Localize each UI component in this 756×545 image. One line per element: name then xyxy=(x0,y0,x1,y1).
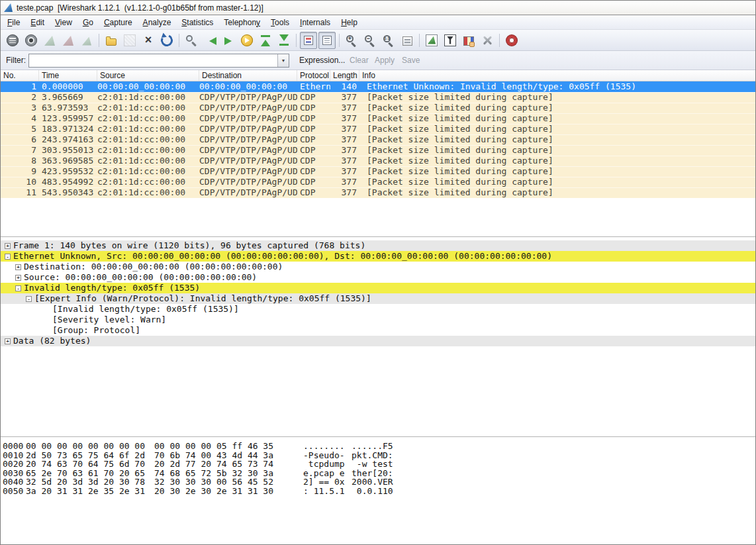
packet-cell-info: [Packet size limited during capture] xyxy=(359,166,755,177)
go-to-bottom-button[interactable] xyxy=(275,32,293,49)
expand-icon[interactable]: + xyxy=(15,264,21,270)
menu-go[interactable]: Go xyxy=(77,17,99,28)
hex-row-0020[interactable]: 002020 74 63 70 64 75 6d 7020 2d 77 20 7… xyxy=(3,460,755,469)
expand-icon[interactable]: + xyxy=(5,338,11,344)
filter-dropdown-button[interactable]: ▾ xyxy=(277,54,289,67)
packet-cell-info: [Packet size limited during capture] xyxy=(359,124,755,134)
start-capture-button[interactable] xyxy=(41,32,58,49)
detail-row[interactable]: +Destination: 00:00:00_00:00:00 (00:00:0… xyxy=(1,262,755,272)
packet-cell-protocol: CDP xyxy=(297,156,330,166)
display-filters-button[interactable] xyxy=(442,32,459,49)
hex-hex1: 20 74 63 70 64 75 6d 70 xyxy=(26,460,145,469)
menu-view[interactable]: View xyxy=(50,17,77,28)
go-to-packet-icon xyxy=(241,34,253,46)
detail-text: [Expert Info (Warn/Protocol): Invalid le… xyxy=(34,293,371,304)
hex-row-0030[interactable]: 003065 2e 70 63 61 70 20 6574 68 65 72 5… xyxy=(3,469,755,478)
packet-cell-protocol: Etherne xyxy=(297,81,330,92)
packet-row-3[interactable]: 363.973593c2:01:1d:cc:00:00CDP/VTP/DTP/P… xyxy=(1,103,755,113)
menu-tools[interactable]: Tools xyxy=(265,17,295,28)
packet-row-6[interactable]: 6243.974163c2:01:1d:cc:00:00CDP/VTP/DTP/… xyxy=(1,134,755,145)
zoom-in-button[interactable]: + xyxy=(343,32,360,49)
go-to-packet-button[interactable] xyxy=(238,32,256,49)
resize-columns-button[interactable] xyxy=(399,32,416,49)
detail-row[interactable]: +Data (82 bytes) xyxy=(1,336,755,346)
hex-ascii1: tcpdump xyxy=(303,460,345,469)
hex-row-0050[interactable]: 00503a 20 31 31 2e 35 2e 3120 30 2e 30 2… xyxy=(3,487,755,496)
save-filter-button[interactable]: Save xyxy=(401,54,421,67)
apply-button[interactable]: Apply xyxy=(373,54,396,67)
hex-row-0010[interactable]: 00102d 50 73 65 75 64 6f 2d70 6b 74 00 4… xyxy=(3,451,755,460)
column-header-time[interactable]: Time xyxy=(39,70,97,81)
column-header-info[interactable]: Info xyxy=(359,70,756,81)
menu-internals[interactable]: Internals xyxy=(295,17,336,28)
expand-icon[interactable]: + xyxy=(15,275,21,281)
menu-statistics[interactable]: Statistics xyxy=(176,17,218,28)
filter-combobox[interactable]: ▾ xyxy=(28,54,289,68)
packet-row-2[interactable]: 23.965669c2:01:1d:cc:00:00CDP/VTP/DTP/PA… xyxy=(1,92,755,103)
menu-capture[interactable]: Capture xyxy=(99,17,138,28)
packet-row-10[interactable]: 10483.954992c2:01:1d:cc:00:00CDP/VTP/DTP… xyxy=(1,177,755,187)
hex-ascii1: ........ xyxy=(303,442,345,451)
menu-help[interactable]: Help xyxy=(336,17,363,28)
column-header-protocol[interactable]: Protocol xyxy=(297,70,330,81)
auto-scroll-button[interactable] xyxy=(318,32,336,49)
packet-row-8[interactable]: 8363.969585c2:01:1d:cc:00:00CDP/VTP/DTP/… xyxy=(1,156,755,166)
preferences-button[interactable] xyxy=(479,32,496,49)
capture-options-button[interactable] xyxy=(23,32,40,49)
packet-details-pane: +Frame 1: 140 bytes on wire (1120 bits),… xyxy=(1,236,755,436)
collapse-icon[interactable]: - xyxy=(15,285,21,291)
menu-telephony[interactable]: Telephony xyxy=(218,17,265,28)
packet-row-5[interactable]: 5183.971324c2:01:1d:cc:00:00CDP/VTP/DTP/… xyxy=(1,124,755,134)
go-forward-button[interactable] xyxy=(220,32,237,49)
column-header-length[interactable]: Length xyxy=(330,70,359,81)
detail-row[interactable]: [Severity level: Warn] xyxy=(1,315,755,325)
colorize-packets-button[interactable] xyxy=(300,32,317,49)
list-interfaces-button[interactable] xyxy=(4,32,21,49)
menu-file[interactable]: File xyxy=(2,17,25,28)
packet-row-9[interactable]: 9423.959532c2:01:1d:cc:00:00CDP/VTP/DTP/… xyxy=(1,166,755,177)
restart-capture-button[interactable] xyxy=(78,32,95,49)
collapse-icon[interactable]: - xyxy=(26,296,32,302)
toolbar-separator xyxy=(419,34,420,47)
find-packet-button[interactable] xyxy=(183,32,200,49)
detail-row[interactable]: +Frame 1: 140 bytes on wire (1120 bits),… xyxy=(1,240,755,251)
detail-row[interactable]: [Group: Protocol] xyxy=(1,325,755,336)
column-header-no[interactable]: No. xyxy=(1,70,39,81)
column-header-source[interactable]: Source xyxy=(97,70,199,81)
stop-capture-button[interactable] xyxy=(60,32,77,49)
collapse-icon[interactable]: - xyxy=(5,254,11,260)
hex-row-0040[interactable]: 004032 5d 20 3d 3d 20 30 7832 30 30 30 0… xyxy=(3,477,755,487)
menu-edit[interactable]: Edit xyxy=(25,17,50,28)
hex-row-0000[interactable]: 000000 00 00 00 00 00 00 0000 00 00 00 0… xyxy=(3,442,755,451)
expression-button[interactable]: Expression... xyxy=(298,54,346,67)
clear-button[interactable]: Clear xyxy=(348,54,370,67)
column-header-destination[interactable]: Destination xyxy=(199,70,297,81)
packet-row-7[interactable]: 7303.955013c2:01:1d:cc:00:00CDP/VTP/DTP/… xyxy=(1,145,755,156)
filter-input[interactable] xyxy=(29,54,277,67)
go-to-top-button[interactable] xyxy=(257,32,274,49)
packet-row-11[interactable]: 11543.950343c2:01:1d:cc:00:00CDP/VTP/DTP… xyxy=(1,187,755,198)
close-file-button[interactable]: × xyxy=(140,32,157,49)
packet-cell-destination: CDP/VTP/DTP/PAgP/UD xyxy=(199,156,297,166)
detail-row[interactable]: -Invalid length/type: 0x05ff (1535) xyxy=(1,283,755,293)
packet-row-4[interactable]: 4123.959957c2:01:1d:cc:00:00CDP/VTP/DTP/… xyxy=(1,113,755,124)
coloring-rules-button[interactable] xyxy=(460,32,477,49)
save-file-button[interactable] xyxy=(121,32,138,49)
capture-filters-button[interactable] xyxy=(423,32,440,49)
go-back-button[interactable] xyxy=(201,32,218,49)
expand-icon[interactable]: + xyxy=(5,243,11,249)
open-file-button[interactable] xyxy=(103,32,120,49)
detail-row[interactable]: +Source: 00:00:00_00:00:00 (00:00:00:00:… xyxy=(1,272,755,283)
packet-cell-protocol: CDP xyxy=(297,166,330,177)
detail-row[interactable]: -Ethernet Unknown, Src: 00:00:00_00:00:0… xyxy=(1,251,755,262)
packet-cell-no: 2 xyxy=(1,92,39,103)
detail-row[interactable]: [Invalid length/type: 0x05ff (1535)] xyxy=(1,304,755,315)
help-button[interactable] xyxy=(503,32,520,49)
zoom-out-button[interactable]: − xyxy=(361,32,379,49)
menu-analyze[interactable]: Analyze xyxy=(138,17,177,28)
detail-row[interactable]: -[Expert Info (Warn/Protocol): Invalid l… xyxy=(1,293,755,304)
reload-button[interactable] xyxy=(158,32,175,49)
go-forward-icon xyxy=(224,37,236,45)
packet-row-1[interactable]: 10.00000000:00:00_00:00:0000:00:00_00:00… xyxy=(1,81,755,92)
zoom-100-button[interactable]: 1:1 xyxy=(380,32,397,49)
